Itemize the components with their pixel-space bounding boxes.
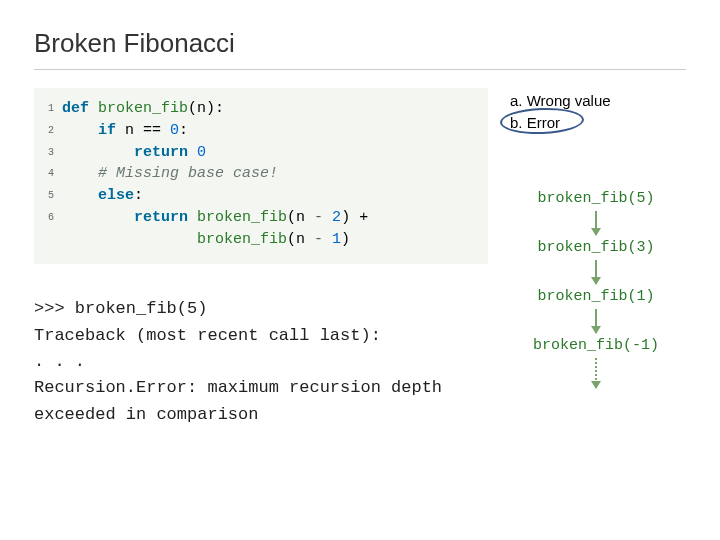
num: 0 xyxy=(197,144,206,161)
arrow-down-dotted-icon xyxy=(595,358,597,388)
arrow-down-icon xyxy=(595,211,597,235)
code-text xyxy=(323,231,332,248)
comment: # Missing base case! xyxy=(98,165,278,182)
code-lines: def broken_fib(n): if n == 0: return 0 #… xyxy=(62,98,368,250)
choice-b-label: b. Error xyxy=(510,114,560,131)
call-frame: broken_fib(1) xyxy=(537,288,654,305)
choice-b: b. Error xyxy=(510,112,560,134)
op-minus: - xyxy=(314,209,323,226)
lineno: 5 xyxy=(44,185,54,207)
slide-title: Broken Fibonacci xyxy=(34,28,686,70)
lineno: 3 xyxy=(44,142,54,164)
code-text: ) xyxy=(341,231,350,248)
num: 0 xyxy=(170,122,179,139)
kw-return: return xyxy=(134,144,188,161)
choice-a: a. Wrong value xyxy=(510,90,682,112)
kw-return: return xyxy=(134,209,188,226)
kw-def: def xyxy=(62,100,89,117)
lineno: 2 xyxy=(44,120,54,142)
code-text: (n): xyxy=(188,100,224,117)
line-numbers: 1 2 3 4 5 6 xyxy=(44,98,62,250)
code-text: : xyxy=(179,122,188,139)
right-column: a. Wrong value b. Error broken_fib(5) br… xyxy=(506,88,686,428)
kw-if: if xyxy=(98,122,116,139)
call-frame: broken_fib(3) xyxy=(537,239,654,256)
num: 1 xyxy=(332,231,341,248)
code-text: n == xyxy=(116,122,170,139)
content-columns: 1 2 3 4 5 6 def broken_fib(n): if n == 0… xyxy=(34,88,686,428)
arrow-down-icon xyxy=(595,260,597,284)
num: 2 xyxy=(332,209,341,226)
code-text: (n xyxy=(287,231,314,248)
call-frame: broken_fib(-1) xyxy=(533,337,659,354)
repl-output: >>> broken_fib(5) Traceback (most recent… xyxy=(34,296,488,428)
left-column: 1 2 3 4 5 6 def broken_fib(n): if n == 0… xyxy=(34,88,488,428)
lineno: 4 xyxy=(44,163,54,185)
op-minus: - xyxy=(314,231,323,248)
code-text: (n xyxy=(287,209,314,226)
lineno: 1 xyxy=(44,98,54,120)
kw-else: else xyxy=(98,187,134,204)
fn-call: broken_fib xyxy=(197,209,287,226)
code-block: 1 2 3 4 5 6 def broken_fib(n): if n == 0… xyxy=(34,88,488,264)
code-text xyxy=(323,209,332,226)
lineno: 6 xyxy=(44,207,54,229)
fn-call: broken_fib xyxy=(197,231,287,248)
arrow-down-icon xyxy=(595,309,597,333)
call-frame: broken_fib(5) xyxy=(537,190,654,207)
code-text: : xyxy=(134,187,143,204)
code-text: ) + xyxy=(341,209,368,226)
fn-name: broken_fib xyxy=(98,100,188,117)
call-stack: broken_fib(5) broken_fib(3) broken_fib(1… xyxy=(506,188,686,390)
answer-choices: a. Wrong value b. Error xyxy=(506,88,686,136)
